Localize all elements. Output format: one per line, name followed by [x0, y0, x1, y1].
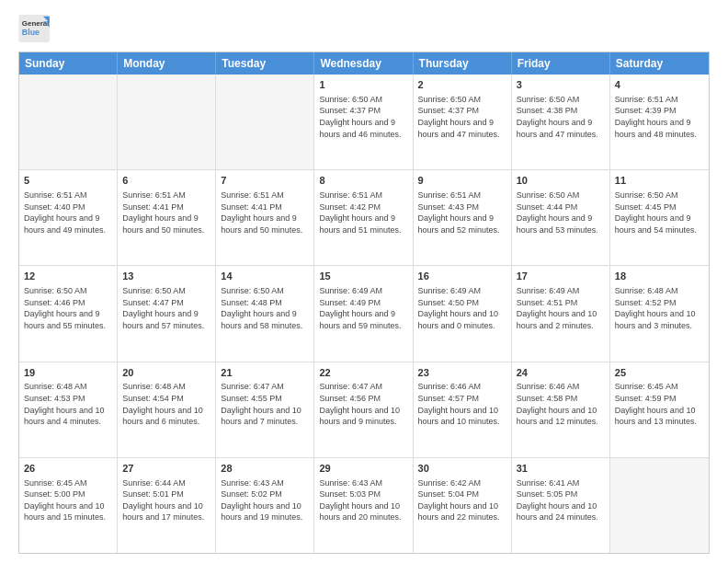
day-number: 23 [418, 366, 506, 380]
logo-icon: General Blue [18, 15, 51, 42]
calendar-cell: 5Sunrise: 6:51 AMSunset: 4:40 PMDaylight… [19, 170, 118, 265]
weekday-header-wednesday: Wednesday [314, 52, 413, 75]
cell-info: Sunrise: 6:50 AMSunset: 4:46 PMDaylight … [24, 285, 112, 331]
calendar-cell: 19Sunrise: 6:48 AMSunset: 4:53 PMDayligh… [19, 362, 118, 457]
day-number: 8 [319, 174, 407, 188]
day-number: 10 [517, 174, 605, 188]
svg-text:General: General [22, 19, 50, 28]
page: General Blue SundayMondayTuesdayWednesda… [0, 0, 728, 563]
calendar-cell: 6Sunrise: 6:51 AMSunset: 4:41 PMDaylight… [118, 170, 216, 265]
calendar-cell: 31Sunrise: 6:41 AMSunset: 5:05 PMDayligh… [512, 458, 610, 553]
calendar-row-0: 1Sunrise: 6:50 AMSunset: 4:37 PMDaylight… [19, 75, 709, 169]
cell-info: Sunrise: 6:51 AMSunset: 4:39 PMDaylight … [615, 94, 704, 140]
cell-info: Sunrise: 6:42 AMSunset: 5:04 PMDaylight … [418, 477, 506, 523]
day-number: 13 [122, 270, 210, 283]
calendar-cell: 20Sunrise: 6:48 AMSunset: 4:54 PMDayligh… [118, 362, 216, 457]
calendar-cell: 4Sunrise: 6:51 AMSunset: 4:39 PMDaylight… [610, 75, 709, 169]
calendar-cell: 2Sunrise: 6:50 AMSunset: 4:37 PMDaylight… [414, 75, 512, 169]
calendar-cell: 14Sunrise: 6:50 AMSunset: 4:48 PMDayligh… [216, 266, 314, 361]
calendar-cell: 27Sunrise: 6:44 AMSunset: 5:01 PMDayligh… [118, 458, 216, 553]
cell-info: Sunrise: 6:49 AMSunset: 4:49 PMDaylight … [319, 285, 407, 331]
calendar-cell: 21Sunrise: 6:47 AMSunset: 4:55 PMDayligh… [216, 362, 314, 457]
calendar-row-3: 19Sunrise: 6:48 AMSunset: 4:53 PMDayligh… [19, 362, 709, 457]
day-number: 16 [418, 270, 506, 283]
cell-info: Sunrise: 6:50 AMSunset: 4:45 PMDaylight … [615, 190, 704, 236]
calendar-body: 1Sunrise: 6:50 AMSunset: 4:37 PMDaylight… [19, 75, 709, 553]
day-number: 29 [319, 462, 407, 476]
cell-info: Sunrise: 6:48 AMSunset: 4:54 PMDaylight … [122, 381, 210, 427]
calendar-cell [118, 75, 216, 169]
logo: General Blue [18, 15, 51, 42]
day-number: 17 [517, 270, 605, 283]
day-number: 12 [24, 270, 112, 283]
cell-info: Sunrise: 6:43 AMSunset: 5:02 PMDaylight … [221, 477, 309, 523]
calendar-cell: 18Sunrise: 6:48 AMSunset: 4:52 PMDayligh… [610, 266, 709, 361]
cell-info: Sunrise: 6:51 AMSunset: 4:41 PMDaylight … [122, 190, 210, 236]
calendar-cell: 9Sunrise: 6:51 AMSunset: 4:43 PMDaylight… [414, 170, 512, 265]
cell-info: Sunrise: 6:50 AMSunset: 4:37 PMDaylight … [319, 94, 407, 140]
weekday-header-thursday: Thursday [414, 52, 512, 75]
weekday-header-sunday: Sunday [19, 52, 118, 75]
cell-info: Sunrise: 6:46 AMSunset: 4:57 PMDaylight … [418, 381, 506, 427]
calendar-cell: 8Sunrise: 6:51 AMSunset: 4:42 PMDaylight… [314, 170, 413, 265]
weekday-header-monday: Monday [118, 52, 216, 75]
day-number: 7 [221, 174, 309, 188]
cell-info: Sunrise: 6:49 AMSunset: 4:50 PMDaylight … [418, 285, 506, 331]
day-number: 30 [418, 462, 506, 476]
cell-info: Sunrise: 6:50 AMSunset: 4:37 PMDaylight … [418, 94, 506, 140]
day-number: 6 [122, 174, 210, 188]
header: General Blue [18, 15, 710, 42]
calendar-header: SundayMondayTuesdayWednesdayThursdayFrid… [19, 52, 709, 75]
weekday-header-saturday: Saturday [610, 52, 709, 75]
calendar-cell: 22Sunrise: 6:47 AMSunset: 4:56 PMDayligh… [314, 362, 413, 457]
calendar-cell: 10Sunrise: 6:50 AMSunset: 4:44 PMDayligh… [512, 170, 610, 265]
calendar-cell: 7Sunrise: 6:51 AMSunset: 4:41 PMDaylight… [216, 170, 314, 265]
cell-info: Sunrise: 6:47 AMSunset: 4:56 PMDaylight … [319, 381, 407, 427]
day-number: 25 [615, 366, 704, 380]
day-number: 22 [319, 366, 407, 380]
cell-info: Sunrise: 6:51 AMSunset: 4:43 PMDaylight … [418, 190, 506, 236]
day-number: 18 [615, 270, 704, 283]
day-number: 19 [24, 366, 112, 380]
calendar-cell: 11Sunrise: 6:50 AMSunset: 4:45 PMDayligh… [610, 170, 709, 265]
calendar: SundayMondayTuesdayWednesdayThursdayFrid… [18, 52, 710, 554]
calendar-row-1: 5Sunrise: 6:51 AMSunset: 4:40 PMDaylight… [19, 169, 709, 265]
day-number: 26 [24, 462, 112, 476]
calendar-cell: 3Sunrise: 6:50 AMSunset: 4:38 PMDaylight… [512, 75, 610, 169]
day-number: 3 [517, 78, 605, 92]
calendar-cell: 24Sunrise: 6:46 AMSunset: 4:58 PMDayligh… [512, 362, 610, 457]
weekday-header-tuesday: Tuesday [216, 52, 314, 75]
calendar-cell: 13Sunrise: 6:50 AMSunset: 4:47 PMDayligh… [118, 266, 216, 361]
cell-info: Sunrise: 6:48 AMSunset: 4:53 PMDaylight … [24, 381, 112, 427]
cell-info: Sunrise: 6:49 AMSunset: 4:51 PMDaylight … [517, 285, 605, 331]
day-number: 27 [122, 462, 210, 476]
day-number: 4 [615, 78, 704, 92]
day-number: 28 [221, 462, 309, 476]
calendar-cell [19, 75, 118, 169]
day-number: 14 [221, 270, 309, 283]
calendar-row-2: 12Sunrise: 6:50 AMSunset: 4:46 PMDayligh… [19, 265, 709, 361]
day-number: 21 [221, 366, 309, 380]
day-number: 20 [122, 366, 210, 380]
day-number: 5 [24, 174, 112, 188]
cell-info: Sunrise: 6:47 AMSunset: 4:55 PMDaylight … [221, 381, 309, 427]
calendar-cell: 26Sunrise: 6:45 AMSunset: 5:00 PMDayligh… [19, 458, 118, 553]
calendar-cell: 16Sunrise: 6:49 AMSunset: 4:50 PMDayligh… [414, 266, 512, 361]
day-number: 2 [418, 78, 506, 92]
calendar-cell: 28Sunrise: 6:43 AMSunset: 5:02 PMDayligh… [216, 458, 314, 553]
cell-info: Sunrise: 6:41 AMSunset: 5:05 PMDaylight … [517, 477, 605, 523]
calendar-cell: 23Sunrise: 6:46 AMSunset: 4:57 PMDayligh… [414, 362, 512, 457]
cell-info: Sunrise: 6:51 AMSunset: 4:42 PMDaylight … [319, 190, 407, 236]
calendar-cell: 1Sunrise: 6:50 AMSunset: 4:37 PMDaylight… [314, 75, 413, 169]
day-number: 9 [418, 174, 506, 188]
day-number: 31 [517, 462, 605, 476]
day-number: 1 [319, 78, 407, 92]
cell-info: Sunrise: 6:50 AMSunset: 4:44 PMDaylight … [517, 190, 605, 236]
day-number: 11 [615, 174, 704, 188]
calendar-cell: 17Sunrise: 6:49 AMSunset: 4:51 PMDayligh… [512, 266, 610, 361]
cell-info: Sunrise: 6:50 AMSunset: 4:47 PMDaylight … [122, 285, 210, 331]
calendar-row-4: 26Sunrise: 6:45 AMSunset: 5:00 PMDayligh… [19, 457, 709, 553]
cell-info: Sunrise: 6:43 AMSunset: 5:03 PMDaylight … [319, 477, 407, 523]
calendar-cell [610, 458, 709, 553]
cell-info: Sunrise: 6:44 AMSunset: 5:01 PMDaylight … [122, 477, 210, 523]
